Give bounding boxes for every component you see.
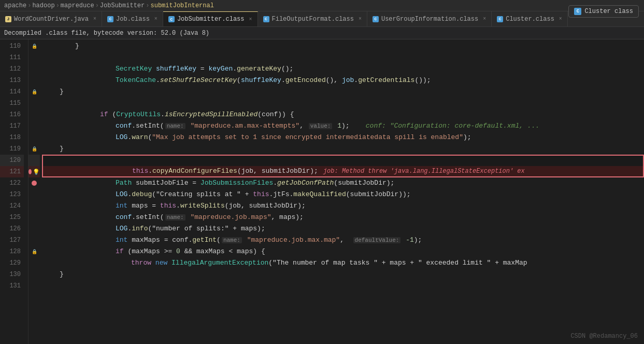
tab-icon-job: C — [107, 16, 113, 22]
cluster-class-label: Cluster class — [584, 8, 633, 15]
tab-cluster[interactable]: C Cluster.class × — [492, 11, 568, 26]
tab-icon-jobsubmitter: C — [168, 16, 175, 22]
breadcrumb-item-mapreduce[interactable]: mapreduce — [61, 2, 94, 9]
breadcrumb-item-apache[interactable]: apache — [4, 2, 26, 9]
gutter-row — [28, 257, 40, 269]
line-number: 115 — [0, 98, 24, 109]
tab-label: WordCountDriver.java — [14, 16, 89, 23]
line-number: 117 — [0, 120, 24, 132]
line-number: 120 — [0, 155, 24, 166]
line-number: 125 — [0, 212, 24, 223]
gutter-row — [28, 120, 40, 132]
gutter: 🔒 🔒 🔒 💡 🔒 — [28, 39, 40, 344]
tabs-bar: J WordCountDriver.java × C Job.class × C… — [0, 11, 644, 27]
gutter-row: 🔒 — [28, 246, 40, 257]
bulb-icon[interactable]: 💡 — [33, 169, 40, 175]
line-number: 111 — [0, 52, 24, 63]
line-number: 122 — [0, 177, 24, 189]
gutter-row — [28, 212, 40, 223]
line-number: 119 — [0, 143, 24, 155]
lock-icon: 🔒 — [32, 249, 37, 255]
breakpoint-icon — [32, 181, 37, 186]
line-number: 130 — [0, 269, 24, 280]
breadcrumb-item-hadoop[interactable]: hadoop — [32, 2, 54, 9]
line-number-highlighted: 121 — [0, 166, 24, 177]
line-number: 118 — [0, 132, 24, 143]
breakpoint-icon — [28, 169, 32, 174]
line-number: 128 — [0, 246, 24, 257]
tab-icon-fileoutputformat: C — [263, 16, 269, 22]
gutter-row — [28, 280, 40, 292]
gutter-row — [28, 98, 40, 109]
lock-icon: 🔒 — [32, 146, 37, 152]
gutter-row — [28, 63, 40, 75]
editor: 110 111 112 113 114 115 116 117 118 119 … — [0, 39, 644, 344]
gutter-row: 🔒 — [28, 143, 40, 155]
lock-icon: 🔒 — [32, 89, 37, 95]
tab-close[interactable]: × — [359, 16, 362, 22]
gutter-row: 🔒 — [28, 40, 40, 52]
line-number: 112 — [0, 63, 24, 75]
code-line: throw new IllegalArgumentException("The … — [42, 257, 644, 269]
watermark: CSDN @Redamancy_06 — [570, 333, 638, 340]
line-number: 129 — [0, 257, 24, 269]
tab-icon-usergroupinfo: C — [373, 16, 379, 22]
tab-fileoutputformat[interactable]: C FileOutputFormat.class × — [258, 11, 367, 26]
gutter-row: 🔒 — [28, 86, 40, 98]
breadcrumb-item-method[interactable]: submitJobInternal — [150, 2, 213, 9]
gutter-row — [28, 269, 40, 280]
lock-icon: 🔒 — [32, 44, 37, 49]
code-line: TokenCache.setShuffleSecretKey(shuffleKe… — [42, 75, 644, 86]
gutter-row — [28, 177, 40, 189]
tab-close[interactable]: × — [93, 16, 96, 22]
line-number: 113 — [0, 75, 24, 86]
gutter-row — [28, 189, 40, 200]
code-line: } — [42, 40, 644, 52]
tab-usergroupinfo[interactable]: C UserGroupInformation.class × — [367, 11, 492, 26]
gutter-row — [28, 200, 40, 212]
gutter-row — [28, 75, 40, 86]
tab-job[interactable]: C Job.class × — [102, 11, 163, 26]
tab-close[interactable]: × — [249, 17, 252, 22]
tab-label: FileOutputFormat.class — [272, 16, 354, 23]
tab-wordcountdriver[interactable]: J WordCountDriver.java × — [0, 11, 102, 26]
tab-close[interactable]: × — [559, 16, 562, 22]
gutter-row — [28, 223, 40, 235]
gutter-row — [28, 235, 40, 246]
gutter-row — [28, 109, 40, 120]
tab-label: Cluster.class — [506, 16, 554, 23]
code-line: LOG.warn("Max job attempts set to 1 sinc… — [42, 132, 644, 143]
breadcrumb-item-jobsubmitter[interactable]: JobSubmitter — [100, 2, 145, 9]
tab-label: Job.class — [116, 16, 150, 23]
code-area[interactable]: } SecretKey shuffleKey = keyGen.generate… — [40, 39, 644, 344]
tab-close[interactable]: × — [483, 16, 486, 22]
line-number: 126 — [0, 223, 24, 235]
gutter-row-breakpoint[interactable]: 💡 — [28, 166, 40, 177]
line-number: 110 — [0, 40, 24, 52]
line-number: 116 — [0, 109, 24, 120]
editor-container: apache › hadoop › mapreduce › JobSubmitt… — [0, 0, 644, 344]
gutter-row — [28, 155, 40, 166]
line-number: 123 — [0, 189, 24, 200]
info-text: Decompiled .class file, bytecode version… — [4, 30, 209, 37]
tab-jobsubmitter[interactable]: C JobSubmitter.class × — [163, 11, 258, 26]
breadcrumb: apache › hadoop › mapreduce › JobSubmitt… — [0, 0, 644, 11]
gutter-row — [28, 132, 40, 143]
line-numbers: 110 111 112 113 114 115 116 117 118 119 … — [0, 39, 28, 344]
tab-icon-java: J — [5, 16, 11, 22]
tab-icon-cluster: C — [497, 16, 503, 22]
tab-close[interactable]: × — [154, 16, 158, 22]
tab-label: JobSubmitter.class — [177, 16, 245, 23]
cluster-class-popup[interactable]: C Cluster class — [568, 5, 639, 18]
line-number: 127 — [0, 235, 24, 246]
line-number: 114 — [0, 86, 24, 98]
cluster-class-icon: C — [574, 8, 581, 15]
gutter-row — [28, 52, 40, 63]
tab-label: UserGroupInformation.class — [381, 16, 478, 23]
line-number: 131 — [0, 280, 24, 292]
info-bar: Decompiled .class file, bytecode version… — [0, 27, 644, 39]
code-line — [42, 280, 644, 292]
line-number: 124 — [0, 200, 24, 212]
